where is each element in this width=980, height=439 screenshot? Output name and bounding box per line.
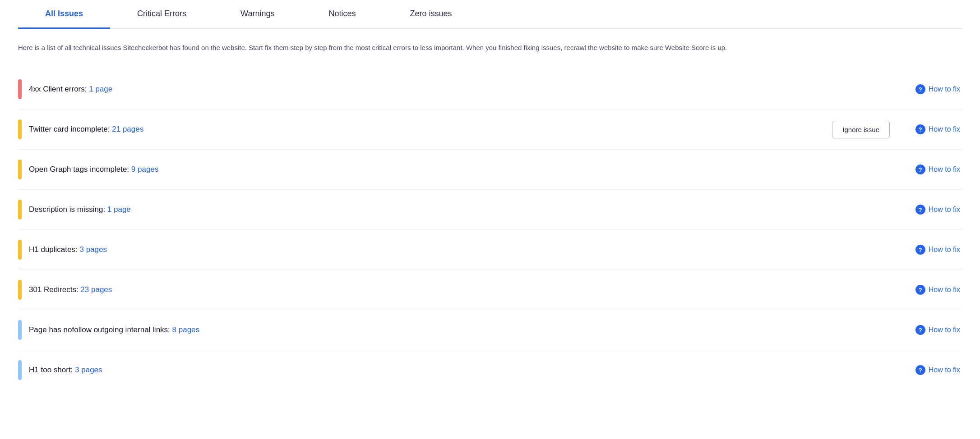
help-circle-icon: ?: [915, 325, 925, 335]
severity-indicator: [18, 200, 22, 220]
how-to-fix-button[interactable]: ?How to fix: [899, 321, 962, 338]
issue-text: 301 Redirects:: [29, 285, 80, 294]
how-to-fix-button[interactable]: ?How to fix: [899, 81, 962, 98]
issue-label-h1-too-short: H1 too short: 3 pages: [29, 366, 892, 375]
how-to-fix-label: How to fix: [929, 286, 960, 294]
tabs-nav: All IssuesCritical ErrorsWarningsNotices…: [18, 0, 962, 29]
issue-label-open-graph-tags-incomplete: Open Graph tags incomplete: 9 pages: [29, 165, 892, 174]
severity-indicator: [18, 360, 22, 380]
issue-text: Open Graph tags incomplete:: [29, 165, 131, 174]
help-circle-icon: ?: [915, 245, 925, 255]
help-circle-icon: ?: [915, 365, 925, 375]
issue-row-description-missing: Description is missing: 1 page?How to fi…: [18, 190, 962, 230]
issue-label-nofollow-internal-links: Page has nofollow outgoing internal link…: [29, 325, 892, 334]
issue-label-description-missing: Description is missing: 1 page: [29, 205, 892, 214]
how-to-fix-label: How to fix: [929, 125, 960, 133]
how-to-fix-button[interactable]: ?How to fix: [899, 161, 962, 178]
tab-critical-errors[interactable]: Critical Errors: [110, 0, 213, 29]
issue-count-link[interactable]: 21 pages: [112, 125, 143, 133]
how-to-fix-button[interactable]: ?How to fix: [899, 361, 962, 379]
issue-actions: ?How to fix: [899, 321, 962, 338]
issue-actions: ?How to fix: [899, 81, 962, 98]
issue-count-link[interactable]: 3 pages: [75, 366, 102, 374]
issue-text: 4xx Client errors:: [29, 85, 89, 93]
tab-all-issues[interactable]: All Issues: [18, 0, 110, 29]
issue-label-301-redirects: 301 Redirects: 23 pages: [29, 285, 892, 294]
severity-indicator: [18, 160, 22, 179]
how-to-fix-label: How to fix: [929, 206, 960, 214]
how-to-fix-label: How to fix: [929, 165, 960, 174]
issue-actions: ?How to fix: [899, 201, 962, 218]
issue-actions: ?How to fix: [899, 361, 962, 379]
how-to-fix-label: How to fix: [929, 326, 960, 334]
issue-text: H1 too short:: [29, 366, 75, 374]
severity-indicator: [18, 119, 22, 139]
issue-label-twitter-card-incomplete: Twitter card incomplete: 21 pages: [29, 125, 825, 134]
severity-indicator: [18, 240, 22, 260]
issue-row-twitter-card-incomplete: Twitter card incomplete: 21 pagesIgnore …: [18, 110, 962, 150]
issue-actions: ?How to fix: [899, 241, 962, 258]
ignore-issue-button[interactable]: Ignore issue: [832, 121, 890, 138]
help-circle-icon: ?: [915, 285, 925, 295]
how-to-fix-button[interactable]: ?How to fix: [899, 121, 962, 138]
issue-count-link[interactable]: 1 page: [107, 205, 131, 214]
issue-row-4xx-client-errors: 4xx Client errors: 1 page?How to fix: [18, 69, 962, 110]
severity-indicator: [18, 280, 22, 300]
issue-count-link[interactable]: 1 page: [89, 85, 112, 93]
issue-row-nofollow-internal-links: Page has nofollow outgoing internal link…: [18, 310, 962, 350]
how-to-fix-label: How to fix: [929, 85, 960, 93]
issues-list: 4xx Client errors: 1 page?How to fixTwit…: [18, 69, 962, 390]
issue-label-4xx-client-errors: 4xx Client errors: 1 page: [29, 85, 892, 94]
issue-row-open-graph-tags-incomplete: Open Graph tags incomplete: 9 pages?How …: [18, 150, 962, 190]
severity-indicator: [18, 320, 22, 340]
how-to-fix-label: How to fix: [929, 246, 960, 254]
issue-row-h1-duplicates: H1 duplicates: 3 pages?How to fix: [18, 230, 962, 270]
severity-indicator: [18, 79, 22, 99]
issue-label-h1-duplicates: H1 duplicates: 3 pages: [29, 245, 892, 254]
help-circle-icon: ?: [915, 84, 925, 94]
how-to-fix-button[interactable]: ?How to fix: [899, 281, 962, 298]
issue-count-link[interactable]: 23 pages: [80, 285, 112, 294]
help-circle-icon: ?: [915, 124, 925, 134]
page-description: Here is a list of all technical issues S…: [18, 42, 830, 53]
tab-zero-issues[interactable]: Zero issues: [383, 0, 479, 29]
issue-text: Description is missing:: [29, 205, 107, 214]
tab-warnings[interactable]: Warnings: [213, 0, 301, 29]
issue-count-link[interactable]: 3 pages: [79, 245, 107, 254]
issue-count-link[interactable]: 8 pages: [172, 325, 200, 334]
issue-row-h1-too-short: H1 too short: 3 pages?How to fix: [18, 350, 962, 390]
issue-row-301-redirects: 301 Redirects: 23 pages?How to fix: [18, 270, 962, 310]
issue-text: H1 duplicates:: [29, 245, 79, 254]
tab-notices[interactable]: Notices: [301, 0, 383, 29]
issue-actions: ?How to fix: [899, 161, 962, 178]
help-circle-icon: ?: [915, 205, 925, 215]
how-to-fix-button[interactable]: ?How to fix: [899, 201, 962, 218]
how-to-fix-button[interactable]: ?How to fix: [899, 241, 962, 258]
issue-count-link[interactable]: 9 pages: [131, 165, 159, 174]
issue-actions: ?How to fix: [899, 281, 962, 298]
issue-text: Page has nofollow outgoing internal link…: [29, 325, 172, 334]
issue-actions: Ignore issue?How to fix: [832, 121, 962, 138]
issue-text: Twitter card incomplete:: [29, 125, 112, 133]
help-circle-icon: ?: [915, 165, 925, 174]
how-to-fix-label: How to fix: [929, 366, 960, 374]
